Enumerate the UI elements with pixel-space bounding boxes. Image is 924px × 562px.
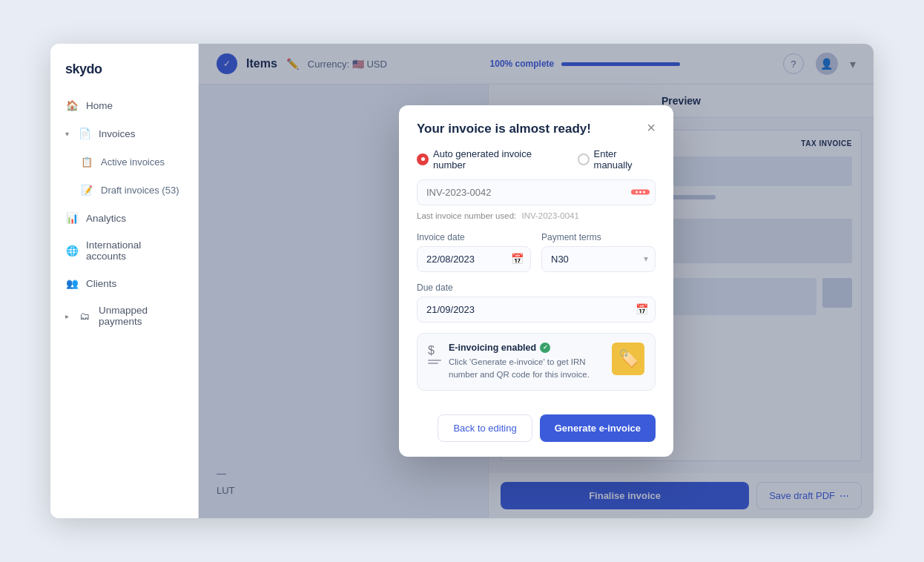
sidebar-item-label: Home (86, 100, 113, 111)
modal-close-button[interactable]: × (647, 120, 656, 135)
sidebar-item-home[interactable]: 🏠 Home (56, 92, 192, 119)
sidebar-item-clients[interactable]: 👥 Clients (56, 270, 192, 297)
sidebar-item-label: Analytics (86, 213, 126, 224)
einvoicing-banner: $ E-invoicing enabled ✓ Click 'Gen (417, 333, 656, 391)
sidebar-navigation: 🏠 Home ▾ 📄 Invoices 📋 Active invoices 📝 … (50, 92, 198, 334)
radio-manual[interactable]: Enter manually (578, 148, 656, 171)
modal-title: Your invoice is almost ready! (417, 122, 591, 136)
payment-terms-select[interactable]: N30 N45 N60 Due on receipt (541, 246, 656, 272)
expand-arrow-icon: ▾ (65, 130, 69, 138)
sidebar-item-label: Unmapped payments (99, 305, 183, 327)
sidebar: skydo 🏠 Home ▾ 📄 Invoices 📋 Active invoi… (50, 44, 199, 518)
invoices-icon: 📄 (78, 127, 91, 140)
sidebar-item-active-invoices[interactable]: 📋 Active invoices (56, 148, 192, 175)
date-terms-row: Invoice date 📅 Payment terms N30 (417, 232, 656, 272)
sidebar-item-international[interactable]: 🌐 International accounts (56, 233, 192, 268)
modal-body: Auto generated invoice number Enter manu… (399, 136, 673, 406)
radio-button-manual[interactable] (578, 153, 590, 165)
invoice-number-input[interactable] (417, 179, 656, 205)
invoice-date-wrap: 📅 (417, 246, 531, 272)
back-to-editing-button[interactable]: Back to editing (438, 414, 532, 442)
dollar-icon: $ (428, 344, 441, 364)
logo-text: skydo (65, 62, 102, 77)
due-date-wrap: 📅 (417, 297, 656, 323)
sidebar-item-analytics[interactable]: 📊 Analytics (56, 205, 192, 231)
radio-button-auto[interactable] (417, 153, 429, 165)
modal-overlay: Your invoice is almost ready! × Auto gen… (199, 44, 874, 518)
sidebar-item-label: Draft invoices (53) (101, 185, 179, 196)
payment-terms-select-wrap: N30 N45 N60 Due on receipt ▾ (541, 246, 656, 272)
international-icon: 🌐 (65, 244, 79, 257)
last-invoice-note: Last invoice number used: INV-2023-0041 (417, 211, 656, 220)
home-icon: 🏠 (65, 99, 79, 112)
einvoice-title: E-invoicing enabled ✓ (449, 343, 604, 353)
sidebar-item-label: Active invoices (101, 156, 165, 168)
invoice-date-label: Invoice date (417, 232, 531, 242)
generate-e-invoice-button[interactable]: Generate e-invoice (540, 414, 656, 442)
invoice-number-input-wrap (417, 179, 656, 205)
logo: skydo (50, 56, 198, 92)
dollar-lines (428, 360, 441, 364)
invoice-date-input[interactable] (417, 246, 531, 272)
einvoice-text: E-invoicing enabled ✓ Click 'Generate e-… (449, 343, 604, 382)
invoice-number-radio-group: Auto generated invoice number Enter manu… (417, 148, 656, 171)
main-content: ✓ Items ✏️ Currency: 🇺🇸 USD 100% complet… (199, 44, 874, 518)
active-invoices-icon: 📋 (80, 155, 93, 168)
due-date-label: Due date (417, 282, 656, 293)
sidebar-item-invoices[interactable]: ▾ 📄 Invoices (56, 120, 192, 147)
expand-arrow-icon: ▸ (65, 312, 69, 320)
payment-terms-label: Payment terms (541, 232, 656, 242)
analytics-icon: 📊 (65, 211, 79, 225)
modal-footer: Back to editing Generate e-invoice (399, 406, 673, 457)
unmapped-icon: 🗂 (78, 309, 91, 323)
sidebar-item-label: International accounts (86, 239, 183, 262)
modal-header: Your invoice is almost ready! × (399, 105, 673, 136)
einvoice-desc: Click 'Generate e-invoice' to get IRN nu… (449, 356, 604, 382)
sidebar-item-unmapped[interactable]: ▸ 🗂 Unmapped payments (56, 298, 192, 334)
clients-icon: 👥 (65, 277, 79, 290)
invoice-date-group: Invoice date 📅 (417, 232, 531, 272)
sidebar-item-draft-invoices[interactable]: 📝 Draft invoices (53) (56, 176, 192, 203)
sidebar-item-label: Invoices (99, 128, 136, 139)
einvoice-qr-icon: 🏷️ (612, 343, 644, 375)
due-date-group: Due date 📅 (417, 282, 656, 323)
invoice-ready-modal: Your invoice is almost ready! × Auto gen… (399, 105, 673, 457)
payment-terms-group: Payment terms N30 N45 N60 Due on receipt… (541, 232, 656, 272)
draft-invoices-icon: 📝 (80, 183, 93, 196)
invoice-input-more-button[interactable] (631, 190, 650, 195)
check-badge-icon: ✓ (540, 343, 550, 353)
radio-auto-generated[interactable]: Auto generated invoice number (417, 148, 563, 171)
sidebar-item-label: Clients (86, 278, 116, 289)
due-date-input[interactable] (417, 297, 656, 323)
